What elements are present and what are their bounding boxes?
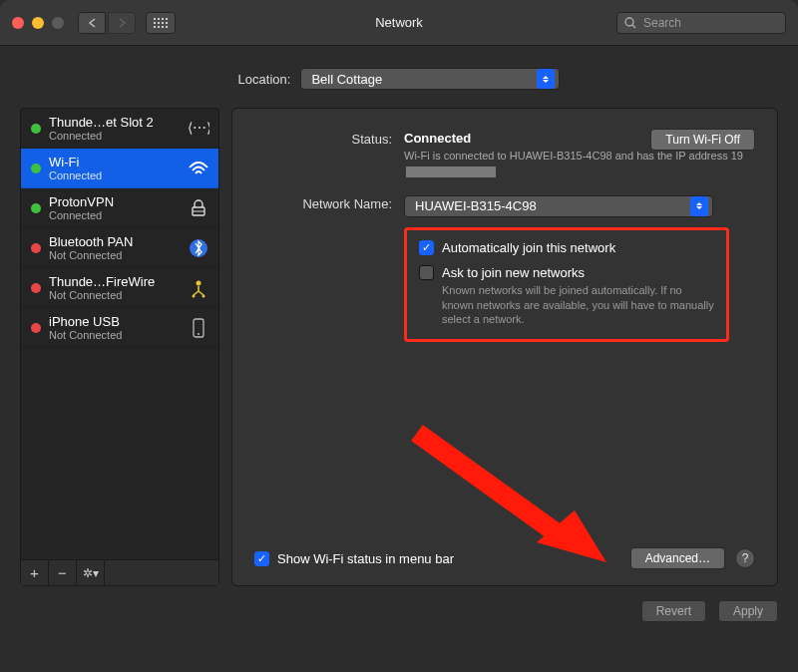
titlebar: Network [0, 0, 798, 46]
auto-join-checkbox[interactable] [419, 240, 434, 255]
help-button[interactable]: ? [735, 548, 755, 568]
updown-icon [537, 69, 555, 89]
status-dot [31, 283, 41, 293]
status-dot [31, 203, 41, 213]
interface-status: Not Connected [49, 289, 179, 301]
location-value: Bell Cottage [311, 72, 382, 87]
location-label: Location: [238, 72, 291, 87]
svg-line-8 [194, 291, 199, 295]
status-dot [31, 243, 41, 253]
iphone-icon [187, 318, 210, 338]
status-dot [31, 164, 41, 173]
location-row: Location: Bell Cottage [0, 46, 798, 108]
show-status-label: Show Wi-Fi status in menu bar [277, 551, 454, 566]
apply-button[interactable]: Apply [718, 600, 778, 622]
content: Thunde…et Slot 2 Connected ⟨⋯⟩ Wi-Fi Con… [0, 108, 798, 586]
svg-line-1 [632, 25, 635, 28]
add-interface-button[interactable]: + [21, 560, 49, 585]
show-status-checkbox[interactable] [254, 551, 269, 566]
search-icon [624, 17, 636, 29]
grid-icon [154, 18, 168, 28]
interface-status: Not Connected [49, 249, 179, 261]
detail-bottom-row: Show Wi-Fi status in menu bar Advanced… … [254, 547, 755, 569]
interface-status: Connected [49, 209, 179, 221]
status-desc-text: Wi-Fi is connected to HUAWEI-B315-4C98 a… [404, 150, 743, 162]
minimize-window-button[interactable] [32, 17, 44, 29]
close-window-button[interactable] [12, 17, 24, 29]
status-label: Status: [254, 131, 404, 179]
window-title: Network [375, 15, 423, 30]
svg-point-13 [198, 333, 200, 335]
wifi-icon [187, 160, 210, 177]
network-name-value-wrap: HUAWEI-B315-4C98 [404, 195, 755, 217]
interface-row-thunderbolt[interactable]: Thunde…et Slot 2 Connected ⟨⋯⟩ [21, 109, 218, 149]
interface-name: Wi-Fi [49, 155, 179, 169]
auto-join-wrap: Automatically join this network [442, 240, 615, 255]
status-dot [31, 124, 41, 134]
window-controls [12, 17, 64, 29]
auto-join-row: Automatically join this network [419, 240, 714, 255]
thunderbolt-bridge-icon: ⟨⋯⟩ [187, 120, 210, 138]
interface-list: Thunde…et Slot 2 Connected ⟨⋯⟩ Wi-Fi Con… [21, 109, 218, 559]
network-prefs-window: Network Location: Bell Cottage Thunde…et… [0, 0, 798, 672]
advanced-button[interactable]: Advanced… [630, 547, 725, 569]
highlight-annotation: Automatically join this network Ask to j… [404, 227, 729, 343]
interface-text: ProtonVPN Connected [49, 194, 179, 221]
updown-icon [690, 196, 708, 216]
status-dot [31, 323, 41, 333]
footer: Revert Apply [0, 586, 798, 622]
network-name-row: Network Name: HUAWEI-B315-4C98 [254, 195, 755, 217]
nav-buttons [78, 12, 136, 34]
interface-row-wifi[interactable]: Wi-Fi Connected [21, 149, 218, 188]
search-input[interactable] [616, 12, 786, 34]
interface-row-protonvpn[interactable]: ProtonVPN Connected [21, 188, 218, 228]
interface-name: iPhone USB [49, 314, 179, 329]
interface-text: Bluetooth PAN Not Connected [49, 234, 179, 261]
auto-join-label: Automatically join this network [442, 240, 615, 255]
interface-name: ProtonVPN [49, 194, 179, 209]
ask-join-help: Known networks will be joined automatica… [442, 283, 714, 328]
interface-name: Bluetooth PAN [49, 234, 179, 249]
interface-text: Wi-Fi Connected [49, 155, 179, 181]
chevron-right-icon [118, 18, 127, 28]
sidebar-footer: + − ✲▾ [21, 559, 218, 585]
network-name-label: Network Name: [254, 195, 404, 217]
interface-sidebar: Thunde…et Slot 2 Connected ⟨⋯⟩ Wi-Fi Con… [20, 108, 219, 586]
chevron-left-icon [88, 18, 97, 28]
ask-join-wrap: Ask to join new networks Known networks … [442, 265, 714, 328]
interface-row-firewire[interactable]: Thunde…FireWire Not Connected [21, 268, 218, 308]
interface-row-iphone-usb[interactable]: iPhone USB Not Connected [21, 308, 218, 348]
interface-text: Thunde…FireWire Not Connected [49, 274, 179, 301]
zoom-window-button[interactable] [52, 17, 64, 29]
detail-panel: Turn Wi-Fi Off Status: Connected Wi-Fi i… [231, 108, 778, 586]
interface-text: Thunde…et Slot 2 Connected [49, 115, 179, 142]
revert-button[interactable]: Revert [641, 600, 706, 622]
ask-join-label: Ask to join new networks [442, 265, 714, 280]
ask-join-row: Ask to join new networks Known networks … [419, 265, 714, 328]
remove-interface-button[interactable]: − [49, 560, 77, 585]
interface-row-bluetooth[interactable]: Bluetooth PAN Not Connected [21, 228, 218, 268]
forward-button[interactable] [108, 12, 136, 34]
network-name-value: HUAWEI-B315-4C98 [415, 198, 537, 213]
interface-text: iPhone USB Not Connected [49, 314, 179, 341]
network-name-select[interactable]: HUAWEI-B315-4C98 [404, 195, 713, 217]
turn-wifi-off-button[interactable]: Turn Wi-Fi Off [650, 129, 755, 151]
svg-point-6 [197, 280, 201, 285]
redacted-ip [406, 167, 496, 177]
interface-status: Connected [49, 130, 179, 142]
location-select[interactable]: Bell Cottage [300, 68, 560, 90]
svg-line-9 [199, 291, 203, 295]
show-all-button[interactable] [146, 12, 176, 34]
svg-point-11 [202, 294, 205, 297]
firewire-icon [187, 278, 210, 298]
svg-point-0 [625, 18, 633, 26]
interface-name: Thunde…FireWire [49, 274, 179, 289]
status-description: Wi-Fi is connected to HUAWEI-B315-4C98 a… [404, 149, 755, 179]
bluetooth-icon [187, 238, 210, 258]
lock-icon [187, 199, 210, 217]
back-button[interactable] [78, 12, 106, 34]
interface-status: Not Connected [49, 329, 179, 341]
search-wrap [616, 12, 786, 34]
ask-join-checkbox[interactable] [419, 265, 434, 280]
interface-actions-button[interactable]: ✲▾ [77, 560, 105, 585]
